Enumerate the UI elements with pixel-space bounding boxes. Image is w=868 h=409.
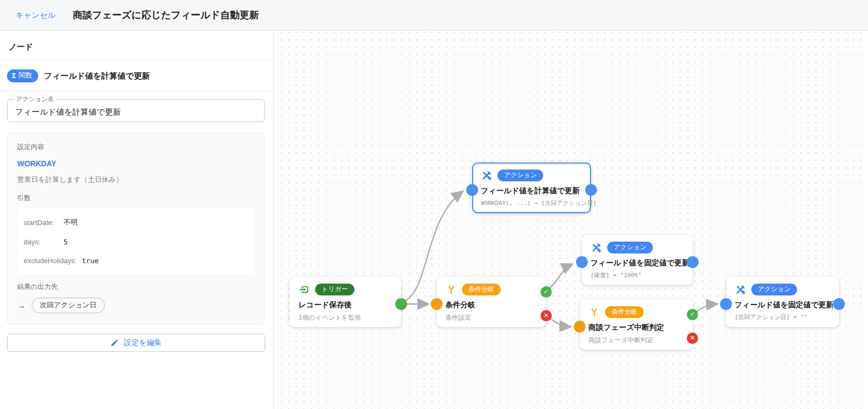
node-subtitle: 商談フェーズ中断判定 [588, 336, 684, 345]
flow-node-action[interactable]: アクション フィールド値を固定値で更新 [次回アクション日] = "" [726, 277, 839, 327]
fail-output-port[interactable]: ✕ [540, 310, 552, 321]
node-title: レコード保存後 [298, 300, 393, 310]
workflow-canvas[interactable] [274, 31, 868, 409]
node-type-badge: 条件分岐 [462, 284, 501, 295]
input-port[interactable] [466, 184, 478, 196]
success-output-port[interactable]: ✓ [687, 309, 698, 320]
function-type-label: 関数 [19, 71, 32, 80]
selected-node-summary: Σ 関数 フィールド値を計算値で更新 [0, 61, 273, 91]
function-description: 営業日を計算します（土日休み） [17, 175, 254, 185]
node-type-badge: 条件分岐 [605, 306, 644, 318]
tools-icon [590, 242, 602, 253]
action-name-field: アクション名 [7, 99, 265, 122]
node-type-badge: アクション [751, 284, 797, 295]
node-title: フィールド値を固定値で更新 [590, 258, 684, 268]
node-type-badge: アクション [607, 242, 653, 253]
input-port[interactable] [574, 321, 586, 333]
node-subtitle: WORKDAY(, ...) → [次回アクション日] [481, 199, 582, 207]
output-port[interactable] [395, 298, 407, 310]
node-title: フィールド値を固定値で更新 [735, 300, 830, 310]
flow-node-action[interactable]: アクション フィールド値を固定値で更新 [確度] = "100%" [582, 235, 693, 285]
flow-node-trigger[interactable]: トリガー レコード保存後 1個のイベントを監視 [290, 277, 401, 327]
settings-summary-card: 設定内容 WORKDAY 営業日を計算します（土日休み） 引数 startDat… [7, 133, 265, 325]
output-port[interactable] [687, 256, 699, 268]
login-icon [298, 284, 310, 295]
node-title: 条件分岐 [445, 300, 538, 310]
node-title: 商談フェーズ中断判定 [588, 323, 684, 333]
argument-row: excludeHolidays: true [24, 251, 248, 270]
input-port[interactable] [720, 298, 732, 310]
argument-value: true [82, 257, 98, 265]
flow-node-condition[interactable]: 条件分岐 条件分岐 条件設定 ✓ ✕ [437, 277, 546, 327]
output-heading: 結果の出力先 [17, 283, 254, 292]
tools-icon [735, 284, 746, 295]
argument-key: excludeHolidays: [24, 257, 82, 265]
argument-row: days: 5 [24, 232, 248, 251]
node-inspector-panel: ノード Σ 関数 フィールド値を計算値で更新 アクション名 設定内容 WORKD… [0, 31, 274, 409]
node-type-badge: トリガー [315, 284, 354, 295]
function-type-badge: Σ 関数 [7, 69, 38, 82]
edit-settings-label: 設定を編集 [124, 338, 161, 348]
node-subtitle: 1個のイベントを監視 [298, 313, 393, 322]
panel-heading: ノード [0, 31, 273, 61]
fail-output-port[interactable]: ✕ [687, 333, 698, 344]
page-title: 商談フェーズに応じたフィールド自動更新 [73, 9, 259, 22]
tools-icon [481, 170, 493, 181]
pencil-icon [110, 339, 119, 347]
node-title: フィールド値を計算値で更新 [481, 186, 582, 196]
node-subtitle: [次回アクション日] = "" [735, 313, 830, 321]
node-type-badge: アクション [497, 170, 543, 181]
success-output-port[interactable]: ✓ [540, 286, 552, 298]
cancel-button[interactable]: キャンセル [16, 10, 55, 20]
output-row: → 次回アクション日 [17, 298, 254, 313]
branch-icon [445, 284, 457, 295]
input-port[interactable] [576, 256, 588, 268]
argument-key: days: [24, 238, 63, 246]
arguments-heading: 引数 [17, 194, 254, 203]
output-port[interactable] [585, 184, 597, 196]
node-subtitle: [確度] = "100%" [590, 271, 684, 279]
selected-node-title: フィールド値を計算値で更新 [44, 71, 150, 81]
function-name: WORKDAY [17, 159, 254, 168]
argument-value: 5 [63, 238, 68, 246]
output-port[interactable] [833, 298, 845, 310]
argument-key: startDate: [24, 218, 63, 227]
flow-node-condition[interactable]: 条件分岐 商談フェーズ中断判定 商談フェーズ中断判定 ✓ ✕ [580, 299, 693, 350]
input-port[interactable] [431, 298, 443, 310]
action-name-label: アクション名 [13, 95, 56, 103]
output-field-chip: 次回アクション日 [32, 298, 105, 313]
arguments-box: startDate: 不明 days: 5 excludeHolidays: t… [17, 208, 254, 274]
edit-settings-button[interactable]: 設定を編集 [7, 334, 265, 352]
settings-heading: 設定内容 [17, 143, 254, 152]
argument-value: 不明 [63, 217, 77, 227]
flow-node-action-selected[interactable]: アクション フィールド値を計算値で更新 WORKDAY(, ...) → [次回… [472, 163, 591, 213]
sigma-icon: Σ [12, 72, 16, 80]
top-bar: キャンセル 商談フェーズに応じたフィールド自動更新 [0, 0, 868, 31]
arrow-right-icon: → [17, 301, 26, 311]
node-subtitle: 条件設定 [445, 313, 538, 322]
argument-row: startDate: 不明 [24, 212, 248, 232]
branch-icon [588, 306, 600, 318]
